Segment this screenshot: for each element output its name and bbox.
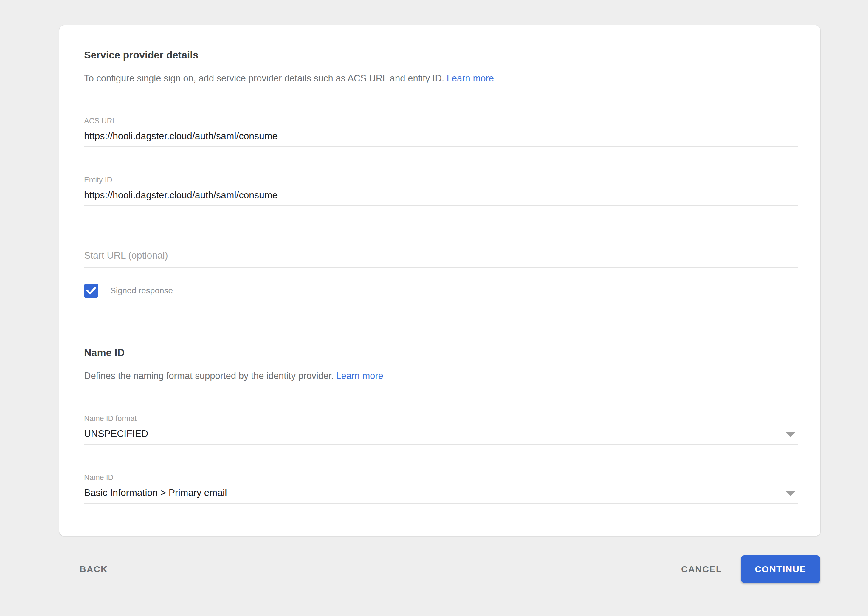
service-provider-details-card: Service provider details To configure si… bbox=[59, 25, 820, 536]
service-provider-description-text: To configure single sign on, add service… bbox=[84, 73, 444, 83]
chevron-down-icon[interactable] bbox=[786, 491, 795, 496]
learn-more-link[interactable]: Learn more bbox=[447, 73, 494, 83]
wizard-footer: BACK CANCEL CONTINUE bbox=[80, 555, 820, 583]
name-id-learn-more-link[interactable]: Learn more bbox=[336, 371, 383, 381]
service-provider-description: To configure single sign on, add service… bbox=[84, 72, 797, 84]
signed-response-label: Signed response bbox=[110, 286, 173, 295]
entity-id-label: Entity ID bbox=[84, 175, 797, 185]
name-id-description-text: Defines the naming format supported by t… bbox=[84, 371, 334, 381]
start-url-field bbox=[84, 249, 797, 268]
name-id-label: Name ID bbox=[84, 473, 797, 482]
name-id-section-title: Name ID bbox=[84, 346, 797, 359]
name-id-select[interactable]: Name ID Basic Information > Primary emai… bbox=[84, 473, 797, 504]
start-url-input[interactable] bbox=[84, 249, 797, 261]
signed-response-row: Signed response bbox=[84, 284, 797, 298]
chevron-down-icon[interactable] bbox=[786, 432, 795, 437]
entity-id-field[interactable]: Entity ID https://hooli.dagster.cloud/au… bbox=[84, 175, 797, 206]
continue-button[interactable]: CONTINUE bbox=[741, 555, 820, 583]
entity-id-value[interactable]: https://hooli.dagster.cloud/auth/saml/co… bbox=[84, 189, 797, 201]
back-button[interactable]: BACK bbox=[80, 564, 108, 574]
cancel-button[interactable]: CANCEL bbox=[681, 564, 722, 574]
name-id-description: Defines the naming format supported by t… bbox=[84, 370, 797, 382]
acs-url-value[interactable]: https://hooli.dagster.cloud/auth/saml/co… bbox=[84, 130, 797, 142]
name-id-format-label: Name ID format bbox=[84, 413, 797, 423]
check-icon bbox=[86, 287, 96, 295]
name-id-format-value[interactable]: UNSPECIFIED bbox=[84, 427, 797, 440]
name-id-format-select[interactable]: Name ID format UNSPECIFIED bbox=[84, 413, 797, 445]
service-provider-details-title: Service provider details bbox=[84, 49, 797, 61]
footer-right-actions: CANCEL CONTINUE bbox=[681, 555, 820, 583]
acs-url-field[interactable]: ACS URL https://hooli.dagster.cloud/auth… bbox=[84, 116, 797, 147]
name-id-value[interactable]: Basic Information > Primary email bbox=[84, 486, 797, 499]
signed-response-checkbox[interactable] bbox=[84, 284, 98, 298]
sso-setup-page: Service provider details To configure si… bbox=[0, 0, 868, 616]
acs-url-label: ACS URL bbox=[84, 116, 797, 126]
